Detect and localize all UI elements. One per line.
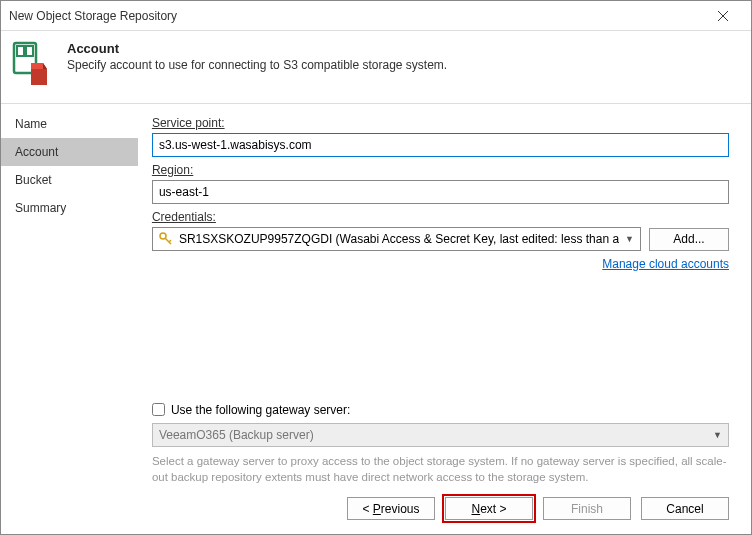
header-title: Account [67, 41, 447, 56]
body: Name Account Bucket Summary Service poin… [1, 104, 751, 485]
key-icon [159, 232, 173, 246]
region-label: Region: [152, 163, 729, 177]
header: Account Specify account to use for conne… [1, 31, 751, 104]
repository-icon [11, 41, 53, 89]
region-input[interactable] [152, 180, 729, 204]
credentials-label: Credentials: [152, 210, 729, 224]
manage-accounts-link[interactable]: Manage cloud accounts [152, 257, 729, 271]
wizard-nav: Name Account Bucket Summary [1, 104, 138, 485]
window-title: New Object Storage Repository [9, 9, 703, 23]
gateway-checkbox-row[interactable]: Use the following gateway server: [152, 403, 729, 417]
header-text: Account Specify account to use for conne… [67, 41, 447, 89]
next-button[interactable]: Next > [445, 497, 533, 520]
service-point-input[interactable] [152, 133, 729, 157]
header-subtitle: Specify account to use for connecting to… [67, 58, 447, 72]
credentials-dropdown[interactable]: SR1SXSKOZUP9957ZQGDI (Wasabi Access & Se… [152, 227, 641, 251]
svg-rect-3 [17, 46, 24, 56]
cancel-button[interactable]: Cancel [641, 497, 729, 520]
previous-button[interactable]: < Previous [347, 497, 435, 520]
add-credentials-button[interactable]: Add... [649, 228, 729, 251]
finish-button: Finish [543, 497, 631, 520]
close-icon [718, 11, 728, 21]
gateway-server-dropdown: VeeamO365 (Backup server) ▼ [152, 423, 729, 447]
nav-item-name[interactable]: Name [1, 110, 138, 138]
gateway-checkbox[interactable] [152, 403, 165, 416]
chevron-down-icon: ▼ [625, 234, 634, 244]
close-button[interactable] [703, 2, 743, 30]
gateway-server-value: VeeamO365 (Backup server) [159, 428, 314, 442]
nav-item-account[interactable]: Account [1, 138, 138, 166]
content: Service point: Region: Credentials: SR1S… [138, 104, 751, 485]
chevron-down-icon: ▼ [713, 430, 722, 440]
service-point-label: Service point: [152, 116, 729, 130]
svg-line-7 [169, 240, 171, 242]
credentials-value: SR1SXSKOZUP9957ZQGDI (Wasabi Access & Se… [179, 232, 619, 246]
titlebar: New Object Storage Repository [1, 1, 751, 31]
footer: < Previous Next > Finish Cancel [1, 485, 751, 534]
gateway-checkbox-label: Use the following gateway server: [171, 403, 350, 417]
gateway-hint: Select a gateway server to proxy access … [152, 453, 729, 485]
nav-item-summary[interactable]: Summary [1, 194, 138, 222]
svg-rect-4 [26, 46, 33, 56]
nav-item-bucket[interactable]: Bucket [1, 166, 138, 194]
